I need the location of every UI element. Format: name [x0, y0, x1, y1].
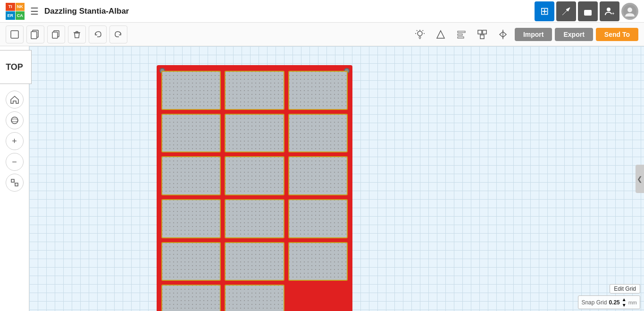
svg-text:+: + — [612, 11, 614, 16]
group-button[interactable] — [473, 25, 491, 43]
svg-line-16 — [417, 30, 418, 31]
card-5 — [225, 114, 284, 153]
card-14 — [225, 242, 284, 281]
canvas[interactable]: ❮ Edit Grid Snap Grid 0.25 ▲ ▼ mm — [29, 46, 644, 311]
svg-point-11 — [418, 31, 422, 36]
orbit-button[interactable] — [6, 111, 24, 129]
topbar: TI NK ER CA ☰ Dazzling Stantia-Albar ⊞ + — [0, 0, 644, 23]
svg-rect-5 — [11, 31, 18, 38]
zoom-out-button[interactable]: − — [6, 153, 24, 171]
svg-point-24 — [11, 117, 18, 124]
align-button[interactable] — [452, 25, 470, 43]
toolbar: Import Export Send To — [0, 23, 644, 46]
svg-rect-26 — [11, 179, 14, 182]
card-12 — [288, 199, 348, 238]
zoom-in-icon: + — [12, 136, 17, 146]
card-11 — [225, 199, 284, 238]
card-17 — [225, 285, 284, 311]
delete-button[interactable] — [68, 25, 86, 43]
svg-rect-9 — [52, 32, 58, 38]
user-avatar[interactable] — [621, 3, 638, 20]
svg-rect-18 — [458, 34, 462, 35]
hamburger-menu-icon[interactable]: ☰ — [30, 6, 39, 17]
main-area: TOP + − — [0, 46, 644, 311]
zoom-out-icon: − — [12, 157, 17, 167]
svg-point-4 — [627, 8, 632, 12]
logo-i: NK — [16, 3, 25, 11]
pickaxe-button[interactable] — [556, 1, 576, 21]
card-7 — [161, 156, 221, 195]
bottom-right-controls: Edit Grid Snap Grid 0.25 ▲ ▼ mm — [574, 282, 644, 311]
card-8 — [225, 156, 284, 195]
svg-rect-17 — [458, 31, 465, 33]
card-4 — [161, 114, 221, 153]
card-15 — [288, 242, 348, 281]
card-6 — [288, 114, 348, 153]
card-13 — [161, 242, 221, 281]
svg-point-25 — [11, 119, 18, 122]
svg-rect-21 — [483, 30, 486, 34]
card-10 — [161, 199, 221, 238]
add-user-button[interactable]: + — [600, 1, 619, 21]
svg-point-1 — [607, 8, 611, 11]
svg-line-15 — [422, 30, 423, 31]
mirror-button[interactable] — [494, 25, 512, 43]
home-view-button[interactable] — [6, 91, 24, 109]
card-9 — [288, 156, 348, 195]
empty-slot — [288, 285, 348, 311]
svg-rect-22 — [480, 35, 484, 39]
snap-down-arrow[interactable]: ▼ — [622, 303, 627, 308]
logo-k: CA — [16, 11, 25, 20]
tinkercad-logo[interactable]: TI NK ER CA — [6, 3, 25, 20]
project-title[interactable]: Dazzling Stantia-Albar — [44, 7, 529, 16]
view-cube-label: TOP — [6, 62, 23, 72]
svg-rect-20 — [478, 30, 482, 34]
duplicate-button[interactable] — [47, 25, 65, 43]
snap-unit-label: mm — [628, 300, 637, 305]
redo-button[interactable] — [109, 25, 127, 43]
new-button[interactable] — [6, 25, 24, 43]
undo-button[interactable] — [89, 25, 107, 43]
bag-button[interactable] — [578, 1, 598, 21]
snap-up-arrow[interactable]: ▲ — [622, 297, 627, 302]
snap-grid-control: Snap Grid 0.25 ▲ ▼ mm — [578, 295, 640, 309]
grid-view-button[interactable]: ⊞ — [535, 1, 554, 21]
import-button[interactable]: Import — [515, 28, 552, 41]
light-button[interactable] — [411, 25, 429, 43]
svg-rect-27 — [15, 183, 18, 186]
topbar-right: ⊞ + — [535, 1, 638, 21]
snap-grid-label: Snap Grid — [581, 299, 607, 306]
snap-grid-value: 0.25 — [609, 299, 619, 306]
red-board — [157, 65, 352, 311]
svg-rect-0 — [584, 10, 592, 16]
shape-button[interactable] — [432, 25, 450, 43]
left-sidebar: TOP + − — [0, 46, 29, 311]
view-cube[interactable]: TOP — [0, 50, 32, 84]
svg-rect-19 — [458, 37, 464, 38]
svg-rect-7 — [31, 32, 37, 39]
card-2 — [225, 71, 284, 110]
copy-button[interactable] — [26, 25, 44, 43]
fit-view-button[interactable] — [6, 174, 24, 192]
3d-object[interactable] — [157, 65, 352, 311]
sendto-button[interactable]: Send To — [596, 28, 638, 41]
logo-n: ER — [6, 11, 15, 20]
card-3 — [288, 71, 348, 110]
right-panel-handle[interactable]: ❮ — [636, 165, 644, 193]
logo-t: TI — [6, 3, 15, 11]
edit-grid-button[interactable]: Edit Grid — [610, 284, 640, 294]
card-16 — [161, 285, 221, 311]
zoom-in-button[interactable]: + — [6, 132, 24, 150]
card-1 — [161, 71, 221, 110]
export-button[interactable]: Export — [555, 28, 593, 41]
